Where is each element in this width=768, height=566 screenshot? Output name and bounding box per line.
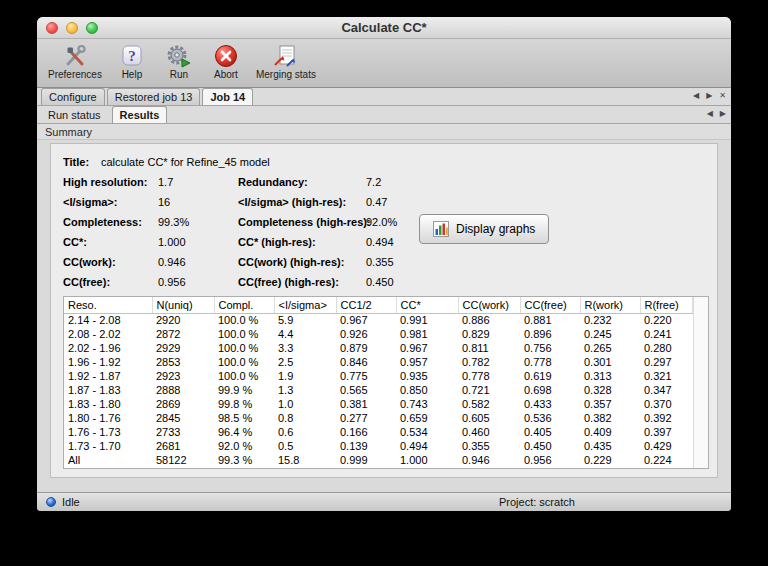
table-cell: 0.280 [640,341,693,355]
table-cell: 0.850 [396,383,458,397]
table-row[interactable]: 1.83 - 1.80286999.8 %1.00.3810.7430.5820… [64,397,693,411]
summary-title-value: calculate CC* for Refine_45 model [101,156,270,168]
table-row[interactable]: 1.76 - 1.73273396.4 %0.60.1660.5340.4600… [64,425,693,439]
column-header[interactable]: R(free) [640,297,693,313]
table-cell: 0.8 [274,411,336,425]
preferences-button[interactable]: Preferences [48,42,102,80]
column-header[interactable]: CC(work) [458,297,520,313]
table-cell: 0.328 [580,383,640,397]
status-text: Idle [62,496,80,508]
minimize-window-button[interactable] [66,22,78,34]
bar-chart-icon [433,221,449,237]
table-cell: 0.435 [580,439,640,453]
table-cell: 0.301 [580,355,640,369]
table-cell: 99.9 % [214,383,274,397]
column-header[interactable]: CC* [396,297,458,313]
tab-results[interactable]: Results [112,106,168,123]
tab-scroll-right-icon[interactable]: ▶ [706,91,712,100]
table-row[interactable]: 2.14 - 2.082920100.0 %5.90.9670.9910.886… [64,313,693,327]
summary-value: 0.946 [158,252,238,272]
table-cell: 0.782 [458,355,520,369]
subtab-scroll-right-icon[interactable]: ▶ [720,109,726,118]
table-cell: 15.8 [274,453,336,467]
subtab-scroll-left-icon[interactable]: ◀ [707,109,713,118]
column-header[interactable]: <I/sigma> [274,297,336,313]
table-cell: 100.0 % [214,341,274,355]
table-cell: 99.8 % [214,397,274,411]
table-cell: 100.0 % [214,355,274,369]
table-cell: 0.382 [580,411,640,425]
status-bar: Idle Project: scratch [37,492,731,511]
summary-section-bar: Summary [37,124,731,140]
table-row[interactable]: 2.08 - 2.022872100.0 %4.40.9260.9810.829… [64,327,693,341]
table-cell: 2869 [152,397,214,411]
tab-restored-job-13[interactable]: Restored job 13 [107,88,201,105]
status-led-icon [46,497,56,507]
table-cell: 0.321 [640,369,693,383]
table-cell: 0.6 [274,425,336,439]
table-cell: 2888 [152,383,214,397]
table-cell: 1.83 - 1.80 [64,397,152,411]
table-cell: 92.0 % [214,439,274,453]
tab-close-icon[interactable]: ✕ [719,91,726,100]
tab-job-14[interactable]: Job 14 [202,88,253,105]
table-row[interactable]: All5812299.3 %15.80.9991.0000.9460.9560.… [64,453,693,467]
table-cell: 0.381 [336,397,396,411]
table-cell: 0.370 [640,397,693,411]
table-cell: 0.433 [520,397,580,411]
column-header[interactable]: Reso. [64,297,152,313]
toolbar-item-label: Preferences [48,69,102,80]
table-cell: 100.0 % [214,369,274,383]
table-row[interactable]: 1.73 - 1.70268192.0 %0.50.1390.4940.3550… [64,439,693,453]
table-cell: 2.5 [274,355,336,369]
tab-scroll-left-icon[interactable]: ◀ [693,91,699,100]
help-icon: ? [120,42,144,69]
column-header[interactable]: Compl. [214,297,274,313]
table-cell: 96.4 % [214,425,274,439]
help-button[interactable]: ? Help [115,42,149,80]
table-row[interactable]: 1.92 - 1.872923100.0 %1.90.7750.9350.778… [64,369,693,383]
column-header[interactable]: N(uniq) [152,297,214,313]
table-cell: 0.241 [640,327,693,341]
summary-value: 99.3% [158,212,238,232]
abort-button[interactable]: Abort [209,42,243,80]
table-cell: 0.405 [520,425,580,439]
column-header[interactable]: CC(free) [520,297,580,313]
zoom-window-button[interactable] [86,22,98,34]
merging-stats-button[interactable]: Merging stats [256,42,316,80]
table-row[interactable]: 1.80 - 1.76284598.5 %0.80.2770.6590.6050… [64,411,693,425]
table-cell: 0.957 [396,355,458,369]
summary-value: 0.47 [366,192,709,212]
summary-value: 1.000 [158,232,238,252]
table-cell: 0.778 [458,369,520,383]
table-row[interactable]: 1.87 - 1.83288899.9 %1.30.5650.8500.7210… [64,383,693,397]
title-bar[interactable]: Calculate CC* [37,17,731,39]
table-cell: 0.659 [396,411,458,425]
content-area: Title: calculate CC* for Refine_45 model… [37,140,731,492]
column-header[interactable]: CC1/2 [336,297,396,313]
summary-section-label: Summary [45,126,92,138]
table-cell: 0.229 [580,453,640,467]
summary-value: 7.2 [366,172,709,192]
stats-table: Reso.N(uniq)Compl.<I/sigma>CC1/2CC*CC(wo… [64,297,693,467]
run-button[interactable]: Run [162,42,196,80]
toolbar: Preferences ? Help [37,39,731,88]
table-cell: 0.429 [640,439,693,453]
table-row[interactable]: 2.02 - 1.962929100.0 %3.30.8790.9670.811… [64,341,693,355]
window-title: Calculate CC* [341,20,426,35]
tab-configure[interactable]: Configure [41,88,105,105]
display-graphs-button[interactable]: Display graphs [419,214,549,244]
table-cell: 0.956 [520,453,580,467]
table-header-row: Reso.N(uniq)Compl.<I/sigma>CC1/2CC*CC(wo… [64,297,693,313]
close-window-button[interactable] [46,22,58,34]
result-tab-bar: Run status Results ◀ ▶ [37,106,731,124]
merging-stats-icon [273,42,299,69]
table-scrollbar-track[interactable] [693,297,708,468]
table-row[interactable]: 1.96 - 1.922853100.0 %2.50.8460.9570.782… [64,355,693,369]
table-cell: 99.3 % [214,453,274,467]
tab-run-status[interactable]: Run status [41,107,108,123]
svg-text:?: ? [128,48,136,64]
toolbar-item-label: Run [170,69,188,80]
column-header[interactable]: R(work) [580,297,640,313]
table-cell: 1.92 - 1.87 [64,369,152,383]
